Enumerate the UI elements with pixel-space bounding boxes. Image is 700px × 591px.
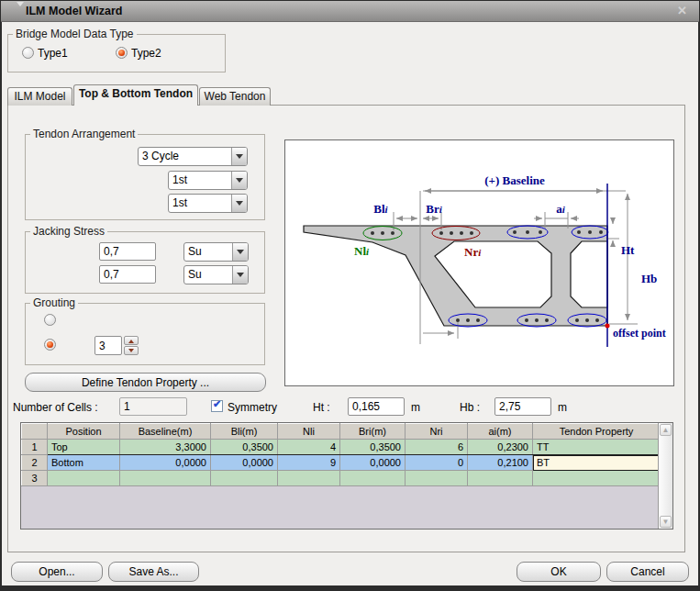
grouting-group: Grouting bbox=[25, 296, 265, 365]
tendon-a-jacking-dropdown[interactable]: 1st bbox=[168, 171, 248, 190]
nr-label: Nri bbox=[464, 245, 482, 259]
define-tendon-property-button[interactable]: Define Tendon Property ... bbox=[25, 373, 266, 392]
radio-type1[interactable] bbox=[22, 47, 34, 59]
symmetry-label[interactable]: Symmetry bbox=[228, 401, 277, 414]
ok-button[interactable]: OK bbox=[517, 562, 601, 582]
spin-down-icon[interactable] bbox=[124, 346, 139, 355]
scroll-up-icon[interactable]: ▲ bbox=[660, 424, 672, 436]
cell-baseline[interactable] bbox=[120, 471, 211, 486]
arrangement-type-value: 3 Cycle bbox=[139, 148, 231, 165]
close-icon[interactable]: ✕ bbox=[677, 4, 687, 17]
table-header-row: Position Baseline(m) Bli(m) Nli Bri(m) N… bbox=[22, 424, 661, 440]
table-scrollbar[interactable]: ▲ ▼ bbox=[658, 423, 672, 529]
title-bar[interactable]: ILM Model Wizard ✕ bbox=[1, 1, 699, 22]
cell-bli[interactable] bbox=[211, 471, 278, 486]
spin-up-icon[interactable] bbox=[124, 336, 139, 345]
dropdown-arrow-icon[interactable] bbox=[232, 266, 248, 284]
radio-prestressing-step[interactable] bbox=[44, 314, 56, 326]
radio-type1-label[interactable]: Type1 bbox=[38, 47, 68, 60]
stages-spinner[interactable] bbox=[124, 336, 139, 355]
number-of-cells-input[interactable] bbox=[119, 397, 187, 416]
bl-label: Bli bbox=[373, 202, 388, 216]
table-row: 2 Bottom 0,0000 0,0000 9 0,0000 0 0,2100… bbox=[22, 455, 661, 471]
check-icon: ✔ bbox=[213, 398, 221, 410]
col-header-tendon-property: Tendon Property bbox=[533, 424, 661, 440]
tendon-table: Position Baseline(m) Bli(m) Nli Bri(m) N… bbox=[20, 422, 673, 530]
cell-ai[interactable] bbox=[468, 471, 533, 486]
row-number[interactable]: 1 bbox=[22, 440, 48, 455]
tendon-b-jacking-dropdown[interactable]: 1st bbox=[168, 194, 248, 213]
tab-top-bottom-tendon[interactable]: Top & Bottom Tendon bbox=[73, 84, 198, 106]
radio-type2-label[interactable]: Type2 bbox=[131, 47, 161, 60]
radio-every[interactable] bbox=[44, 339, 56, 351]
number-of-cells-label: Number of Cells : bbox=[13, 401, 98, 414]
tab-web-tendon[interactable]: Web Tendon bbox=[199, 87, 271, 106]
hb-input[interactable] bbox=[494, 397, 551, 416]
offset-point-dot bbox=[606, 324, 610, 329]
cell-nri[interactable]: 6 bbox=[406, 440, 468, 455]
cell-bri[interactable]: 0,0000 bbox=[340, 455, 406, 471]
cell-position[interactable] bbox=[48, 471, 120, 486]
dropdown-arrow-icon[interactable] bbox=[232, 243, 248, 261]
dropdown-arrow-icon[interactable] bbox=[231, 148, 247, 165]
col-header-bri: Bri(m) bbox=[340, 424, 406, 440]
row-number[interactable]: 2 bbox=[22, 455, 48, 471]
jacking-bottom-input[interactable] bbox=[99, 265, 156, 284]
cross-section-drawing: (+) Baseline Bli Bri ai Nli Nri Ht Hb of… bbox=[285, 140, 673, 385]
dropdown-arrow-icon[interactable] bbox=[231, 195, 247, 212]
open-button[interactable]: Open... bbox=[11, 562, 103, 582]
window-title: ILM Model Wizard bbox=[26, 5, 122, 17]
cell-bri[interactable] bbox=[340, 471, 406, 486]
ht-unit: m bbox=[411, 401, 420, 414]
cell-nli[interactable] bbox=[278, 471, 340, 486]
cell-nri[interactable]: 0 bbox=[406, 455, 468, 471]
col-header-rownum bbox=[22, 424, 48, 440]
jacking-top-input[interactable] bbox=[99, 242, 156, 261]
cell-tendon-property-focused[interactable]: BT bbox=[533, 455, 661, 471]
cell-position[interactable]: Top bbox=[48, 440, 120, 455]
cell-tendon-property[interactable]: TT bbox=[533, 440, 661, 455]
arrangement-type-dropdown[interactable]: 3 Cycle bbox=[138, 147, 248, 166]
row-number[interactable]: 3 bbox=[22, 471, 48, 486]
jacking-bottom-unit-dropdown[interactable]: Su bbox=[183, 265, 249, 284]
ilm-model-wizard-dialog: ILM Model Wizard ✕ Bridge Model Data Typ… bbox=[0, 0, 700, 591]
cell-ai[interactable]: 0,2100 bbox=[468, 455, 533, 471]
jacking-stress-legend: Jacking Stress bbox=[30, 225, 107, 238]
cell-nli[interactable]: 4 bbox=[278, 440, 340, 455]
br-label: Bri bbox=[426, 202, 442, 216]
col-header-baseline: Baseline(m) bbox=[120, 424, 211, 440]
table-row: 1 Top 3,3000 0,3500 4 0,3500 6 0,2300 TT bbox=[22, 440, 661, 455]
cell-bli[interactable]: 0,3500 bbox=[211, 440, 278, 455]
symmetry-checkbox[interactable]: ✔ bbox=[211, 400, 223, 412]
table-row: 3 bbox=[22, 471, 661, 486]
tendon-diagram: (+) Baseline Bli Bri ai Nli Nri Ht Hb of… bbox=[284, 139, 674, 386]
ht-input[interactable] bbox=[348, 397, 405, 416]
baseline-label: (+) Baseline bbox=[484, 173, 545, 187]
cancel-button[interactable]: Cancel bbox=[606, 562, 689, 582]
tendon-grid: Position Baseline(m) Bli(m) Nli Bri(m) N… bbox=[21, 423, 661, 486]
dropdown-arrow-icon[interactable] bbox=[231, 172, 247, 189]
cell-ai[interactable]: 0,2300 bbox=[468, 440, 533, 455]
every-stages-input[interactable] bbox=[94, 336, 122, 355]
tendon-a-jacking-value: 1st bbox=[169, 172, 231, 189]
radio-type2[interactable] bbox=[116, 47, 128, 59]
cell-bli[interactable]: 0,0000 bbox=[211, 455, 278, 471]
cell-baseline[interactable]: 3,3000 bbox=[120, 440, 211, 455]
cell-position[interactable]: Bottom bbox=[48, 455, 120, 471]
jacking-top-unit-value: Su bbox=[184, 243, 232, 261]
tab-ilm-model[interactable]: ILM Model bbox=[7, 87, 72, 106]
jacking-top-unit-dropdown[interactable]: Su bbox=[183, 242, 249, 262]
nl-label: Nli bbox=[354, 244, 370, 258]
jacking-bottom-unit-value: Su bbox=[184, 266, 232, 284]
cell-nli[interactable]: 9 bbox=[278, 455, 340, 471]
offset-point-label: offset point bbox=[613, 327, 666, 340]
scroll-down-icon[interactable]: ▼ bbox=[660, 516, 672, 528]
save-as-button[interactable]: Save As... bbox=[108, 562, 199, 582]
cell-nri[interactable] bbox=[406, 471, 468, 486]
hb-label: Hb bbox=[641, 272, 657, 285]
col-header-position: Position bbox=[48, 424, 120, 440]
cell-baseline[interactable]: 0,0000 bbox=[120, 455, 211, 471]
tendon-arrangement-legend: Tendon Arrangement bbox=[30, 128, 138, 140]
cell-tendon-property[interactable] bbox=[533, 471, 661, 486]
cell-bri[interactable]: 0,3500 bbox=[340, 440, 406, 455]
